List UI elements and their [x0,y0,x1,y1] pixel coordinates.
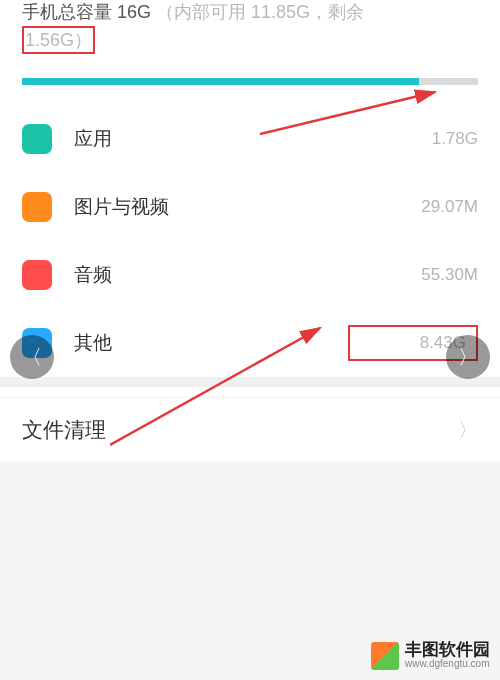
watermark: 丰图软件园 www.dgfengtu.com [371,641,490,670]
section-gap [0,377,500,387]
watermark-text: 丰图软件园 www.dgfengtu.com [405,641,490,670]
sub-close: ） [74,30,92,50]
category-label: 其他 [74,330,348,356]
category-value: 29.07M [421,197,478,217]
media-icon [22,192,52,222]
list-item[interactable]: 音频 55.30M [22,241,478,309]
chevron-right-icon: 〉 [458,417,478,444]
list-item[interactable]: 应用 1.78G [22,105,478,173]
file-cleanup-row[interactable]: 文件清理 〉 [0,397,500,463]
storage-progress-fill [22,78,419,85]
chevron-left-icon: 〈 [22,344,42,371]
total-capacity-label: 手机总容量 16G [22,2,156,22]
sub-mid: ，剩余 [310,2,364,22]
remaining-value: 1.56G [25,30,74,50]
apps-icon [22,124,52,154]
internal-available: 11.85G [251,2,310,22]
title-prefix: 手机总容量 [22,2,117,22]
category-list: 应用 1.78G 图片与视频 29.07M 音频 55.30M 其他 8.43G [0,105,500,377]
cleanup-label: 文件清理 [22,416,458,444]
category-label: 图片与视频 [74,194,421,220]
watermark-url: www.dgfengtu.com [405,658,490,670]
storage-header: 手机总容量 16G （内部可用 11.85G，剩余 1.56G） [0,0,500,68]
category-label: 音频 [74,262,421,288]
chevron-right-icon: 〉 [458,344,478,371]
category-value: 1.78G [432,129,478,149]
sub-open: （内部可用 [156,2,251,22]
list-item[interactable]: 图片与视频 29.07M [22,173,478,241]
gallery-next-button[interactable]: 〉 [446,335,490,379]
watermark-name: 丰图软件园 [405,641,490,658]
category-value: 55.30M [421,265,478,285]
storage-panel: 手机总容量 16G （内部可用 11.85G，剩余 1.56G） 应用 1.78… [0,0,500,463]
total-capacity: 16G [117,2,151,22]
audio-icon [22,260,52,290]
watermark-logo-icon [371,642,399,670]
category-label: 应用 [74,126,432,152]
gallery-prev-button[interactable]: 〈 [10,335,54,379]
list-item[interactable]: 其他 8.43G [22,309,478,377]
remaining-highlight-box: 1.56G） [22,26,95,54]
storage-progress-track [22,78,478,85]
